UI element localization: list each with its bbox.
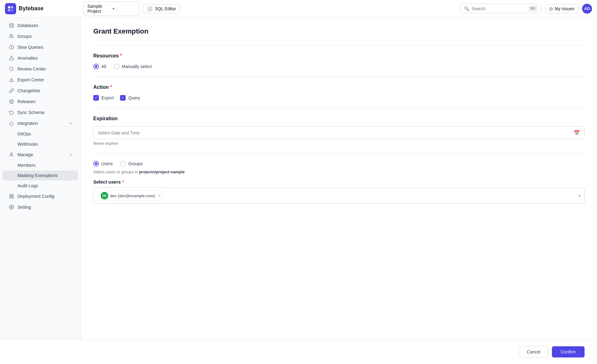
svg-point-9 <box>10 67 13 71</box>
query-label: Query <box>128 95 140 100</box>
avatar[interactable]: AD <box>582 4 592 14</box>
footer: Cancel Confirm <box>0 339 597 364</box>
sidebar-item-releases[interactable]: Releases <box>2 96 78 107</box>
sidebar-item-members[interactable]: Members <box>2 160 78 170</box>
header-right: 🔍 ⌘K ◷ My Issues AD <box>460 4 592 14</box>
sidebar-item-export-center[interactable]: Export Center <box>2 75 78 85</box>
search-kbd: ⌘K <box>529 6 537 11</box>
sidebar-item-label: Releases <box>17 99 72 104</box>
export-checkbox: ✓ <box>93 95 99 101</box>
never-expires-text: Never expires <box>93 141 585 146</box>
user-tag-avatar: DE <box>101 192 108 199</box>
search-icon: 🔍 <box>464 6 469 11</box>
sidebar-item-setting[interactable]: Setting <box>2 202 78 212</box>
resources-manual-option[interactable]: Manually select <box>114 64 152 69</box>
box-icon <box>9 99 14 104</box>
main-content: Grant Exemption Resources* All Manually … <box>81 17 597 339</box>
sidebar-item-masking-exemptions[interactable]: Masking Exemptions <box>2 171 78 180</box>
my-issues-button[interactable]: ◷ My Issues <box>545 4 578 13</box>
svg-point-5 <box>10 34 12 36</box>
user-select-box[interactable]: DE dev (dev@example.com) × ▾ <box>93 188 585 204</box>
sidebar-item-anomalies[interactable]: Anomalies <box>2 53 78 63</box>
sidebar-item-sync-schema[interactable]: Sync Schema <box>2 107 78 118</box>
link-icon <box>9 88 14 93</box>
sidebar-item-deployment-config[interactable]: Deployment Config <box>2 191 78 202</box>
project-selector[interactable]: Sample Project ▾ <box>83 2 139 16</box>
project-label: Sample Project <box>87 4 110 14</box>
radio-groups-circle <box>120 161 126 166</box>
page-title: Grant Exemption <box>93 27 585 35</box>
sidebar-item-label: Groups <box>17 34 72 39</box>
sidebar-item-review-center[interactable]: Review Center <box>2 64 78 74</box>
svg-rect-3 <box>11 9 13 11</box>
sidebar-item-manage[interactable]: Manage ▾ <box>2 149 78 160</box>
sidebar-item-label: Masking Exemptions <box>17 173 72 178</box>
refresh-icon <box>9 110 14 115</box>
plug-icon <box>9 121 14 126</box>
resources-label: Resources* <box>93 53 585 59</box>
sidebar-item-slow-queries[interactable]: Slow Queries <box>2 42 78 52</box>
expiration-label: Expiration <box>93 116 585 121</box>
assignee-radio-group: Users Groups <box>93 161 585 166</box>
my-issues-label: My Issues <box>555 6 574 11</box>
divider <box>93 45 585 46</box>
sql-editor-label: SQL Editor <box>155 6 176 11</box>
sidebar-item-label: Export Center <box>17 77 72 82</box>
select-users-label: Select users* <box>93 179 585 184</box>
chevron-down-icon: ▾ <box>113 7 135 11</box>
export-checkbox-option[interactable]: ✓ Export <box>93 95 114 101</box>
sidebar: Databases Groups Slow Queries Anomalies … <box>0 17 81 339</box>
svg-line-10 <box>12 70 13 71</box>
sidebar-item-changelists[interactable]: Changelists <box>2 85 78 96</box>
sidebar-item-label: Webhooks <box>17 142 72 147</box>
sidebar-item-groups[interactable]: Groups <box>2 31 78 42</box>
sql-editor-icon: ⬜ <box>147 6 152 11</box>
cancel-button[interactable]: Cancel <box>519 346 548 358</box>
sidebar-item-databases[interactable]: Databases <box>2 20 78 31</box>
divider <box>93 77 585 77</box>
gear-icon <box>9 204 14 210</box>
sidebar-item-label: GitOps <box>17 131 72 136</box>
sidebar-item-label: Review Center <box>17 66 72 71</box>
svg-rect-16 <box>12 194 13 196</box>
eye-icon <box>9 66 14 72</box>
resources-radio-group: All Manually select <box>93 64 585 69</box>
sidebar-item-gitops[interactable]: GitOps <box>2 129 78 139</box>
svg-rect-15 <box>10 194 11 196</box>
help-text: Select users or groups in projects/proje… <box>93 170 585 174</box>
users-radio-label: Users <box>101 161 113 166</box>
grid-icon <box>9 193 14 199</box>
resources-manual-label: Manually select <box>122 64 152 69</box>
svg-rect-1 <box>11 6 13 8</box>
resources-all-option[interactable]: All <box>93 64 106 69</box>
sql-editor-button[interactable]: ⬜ SQL Editor <box>143 4 180 13</box>
svg-rect-2 <box>8 9 10 11</box>
expiration-input[interactable] <box>98 130 574 135</box>
user-tag-name: dev (dev@example.com) <box>110 193 155 198</box>
confirm-button[interactable]: Confirm <box>552 346 585 357</box>
svg-point-14 <box>11 153 12 154</box>
groups-radio-option[interactable]: Groups <box>120 161 143 166</box>
sidebar-item-label: Slow Queries <box>17 45 72 50</box>
remove-user-button[interactable]: × <box>158 193 161 198</box>
sidebar-item-label: Setting <box>17 205 72 210</box>
sidebar-item-label: Changelists <box>17 88 72 93</box>
expiration-input-box[interactable]: 📅 <box>93 126 585 139</box>
sidebar-item-integration[interactable]: Integration ▾ <box>2 118 78 129</box>
radio-manual-circle <box>114 64 119 69</box>
sidebar-item-webhooks[interactable]: Webhooks <box>2 139 78 149</box>
svg-point-4 <box>10 23 13 25</box>
chevron-down-icon: ▾ <box>70 121 72 125</box>
logo-icon <box>5 3 16 14</box>
svg-rect-18 <box>12 197 13 198</box>
alert-icon <box>9 55 14 61</box>
user-tag: DE dev (dev@example.com) × <box>97 190 164 201</box>
sidebar-item-audit-logs[interactable]: Audit Logs <box>2 181 78 191</box>
search-input[interactable] <box>472 6 526 11</box>
export-label: Export <box>101 95 114 100</box>
calendar-icon: 📅 <box>574 130 580 136</box>
query-checkbox-option[interactable]: ✓ Query <box>120 95 140 101</box>
search-box[interactable]: 🔍 ⌘K <box>460 4 541 13</box>
project-path: projects/project-sample <box>139 170 185 174</box>
users-radio-option[interactable]: Users <box>93 161 113 166</box>
